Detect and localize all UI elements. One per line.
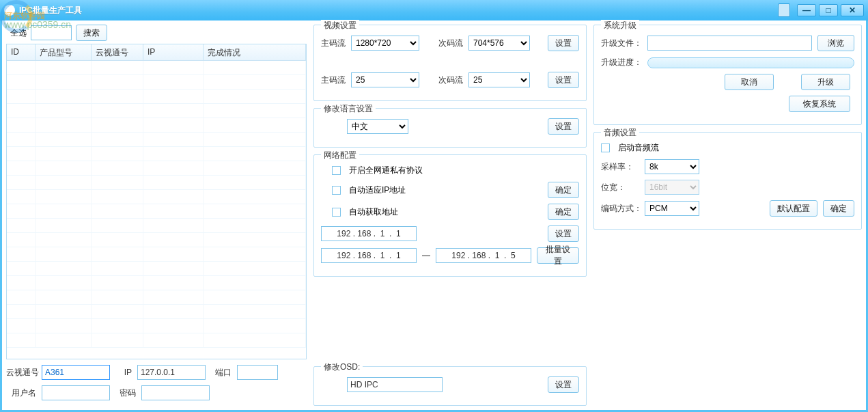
video-legend: 视频设置 (321, 20, 359, 31)
port-label: 端口 (211, 367, 232, 379)
sub-fps-label: 次码流 (438, 74, 463, 86)
restore-button[interactable]: 恢复系统 (789, 96, 850, 112)
client-area: 全选 搜索 ID 产品型号 云视通号 IP 完成情况 (0, 20, 868, 412)
chk-priv[interactable] (332, 166, 341, 175)
minimize-button[interactable]: — (797, 4, 816, 16)
main-res-label: 主码流 (321, 38, 346, 49)
audio-default-button[interactable]: 默认配置 (770, 200, 817, 217)
rate-label: 采样率： (601, 161, 639, 173)
ip-from[interactable] (321, 248, 417, 263)
lang-select[interactable]: 中文 (347, 119, 408, 134)
pwd-label: 密码 (115, 387, 136, 399)
video-settings: 视频设置 主码流 1280*720 次码流 704*576 设置 主码流 25 … (313, 25, 587, 101)
upgrade-button[interactable]: 升级 (801, 74, 850, 90)
main-res-select[interactable]: 1280*720 (351, 36, 419, 51)
chk-auto-get-label: 自动获取地址 (349, 206, 398, 218)
device-table: ID 产品型号 云视通号 IP 完成情况 (6, 44, 307, 359)
chk-priv-label: 开启全网通私有协议 (349, 165, 423, 176)
user-input[interactable] (42, 385, 110, 400)
search-row: 全选 搜索 (6, 25, 307, 44)
osd-input[interactable] (347, 377, 443, 392)
table-header: ID 产品型号 云视通号 IP 完成情况 (7, 44, 306, 61)
audio-settings: 音频设置 启动音频流 采样率： 8k 位宽： 16bit 编码方式： PCM 默… (593, 132, 862, 230)
network-settings: 网络配置 开启全网通私有协议 自动适应IP地址 确定 自动获取地址 确定 设置 … (313, 154, 587, 277)
sub-fps-select[interactable]: 25 (468, 72, 530, 87)
cloud-label: 云视通号 (6, 367, 36, 379)
ip-to[interactable] (436, 248, 531, 263)
th-model[interactable]: 产品型号 (36, 44, 92, 60)
sub-res-label: 次码流 (438, 38, 463, 49)
cancel-button[interactable]: 取消 (725, 74, 774, 90)
audio-legend: 音频设置 (601, 127, 639, 139)
chk-audio-enable[interactable] (601, 143, 610, 152)
th-id[interactable]: ID (7, 44, 36, 60)
search-button[interactable]: 搜索 (76, 25, 107, 41)
main-fps-select[interactable]: 25 (351, 72, 419, 87)
ip-label: IP (115, 368, 132, 377)
net-batch-button[interactable]: 批量设置 (537, 247, 579, 264)
net-ok1-button[interactable]: 确定 (548, 182, 579, 198)
audio-ok-button[interactable]: 确定 (823, 200, 854, 217)
browse-button[interactable]: 浏览 (817, 35, 854, 51)
th-ip[interactable]: IP (143, 44, 204, 60)
th-status[interactable]: 完成情况 (204, 44, 306, 60)
upgrade-settings: 系统升级 升级文件： 浏览 升级进度： 取消 升级 恢复系统 (593, 25, 862, 125)
maximize-button[interactable]: □ (819, 4, 838, 16)
upgrade-progress-label: 升级进度： (601, 57, 642, 68)
chk-auto-adapt[interactable] (332, 186, 341, 195)
ip-dash: — (422, 251, 430, 260)
upgrade-file-input[interactable] (647, 36, 812, 51)
lang-set-button[interactable]: 设置 (548, 118, 579, 135)
chk-auto-adapt-label: 自动适应IP地址 (349, 184, 406, 196)
video-fps-set-button[interactable]: 设置 (548, 72, 579, 88)
bits-label: 位宽： (601, 182, 639, 193)
osd-set-button[interactable]: 设置 (548, 376, 579, 393)
watermark-logo (0, 0, 33, 33)
codec-select[interactable]: PCM (645, 201, 699, 216)
chk-auto-get[interactable] (332, 208, 341, 217)
sub-res-select[interactable]: 704*576 (468, 36, 530, 51)
right-panel: 系统升级 升级文件： 浏览 升级进度： 取消 升级 恢复系统 音频设置 启动音频… (593, 25, 862, 406)
ip-single[interactable] (321, 226, 417, 241)
titlebar: IPC批量生产工具 — □ ✕ (0, 0, 868, 20)
upgrade-progress (647, 57, 854, 68)
middle-panel: 视频设置 主码流 1280*720 次码流 704*576 设置 主码流 25 … (313, 25, 587, 406)
pwd-input[interactable] (141, 385, 210, 400)
ip-input[interactable] (137, 365, 206, 380)
user-label: 用户名 (6, 387, 36, 399)
left-form: 云视通号 IP 端口 用户名 密码 (6, 359, 307, 406)
cloud-input[interactable] (42, 365, 110, 380)
table-body[interactable] (7, 61, 306, 359)
net-ok2-button[interactable]: 确定 (548, 204, 579, 220)
upgrade-legend: 系统升级 (601, 20, 639, 31)
bits-select: 16bit (645, 180, 699, 195)
chk-audio-enable-label: 启动音频流 (618, 142, 659, 154)
th-cloud[interactable]: 云视通号 (92, 44, 143, 60)
lang-legend: 修改语言设置 (321, 103, 376, 115)
net-set-button[interactable]: 设置 (548, 225, 579, 242)
osd-settings: 修改OSD: 设置 (313, 366, 587, 406)
net-legend: 网络配置 (321, 150, 359, 161)
search-input[interactable] (31, 25, 72, 40)
codec-label: 编码方式： (601, 203, 639, 215)
upgrade-file-label: 升级文件： (601, 38, 642, 49)
port-input[interactable] (237, 365, 278, 380)
osd-legend: 修改OSD: (321, 361, 363, 373)
close-button[interactable]: ✕ (841, 4, 864, 16)
clipboard-icon[interactable] (778, 3, 790, 17)
language-settings: 修改语言设置 中文 设置 (313, 108, 587, 148)
video-res-set-button[interactable]: 设置 (548, 35, 579, 51)
main-fps-label: 主码流 (321, 74, 346, 86)
left-panel: 全选 搜索 ID 产品型号 云视通号 IP 完成情况 (6, 25, 307, 406)
rate-select[interactable]: 8k (645, 159, 699, 174)
